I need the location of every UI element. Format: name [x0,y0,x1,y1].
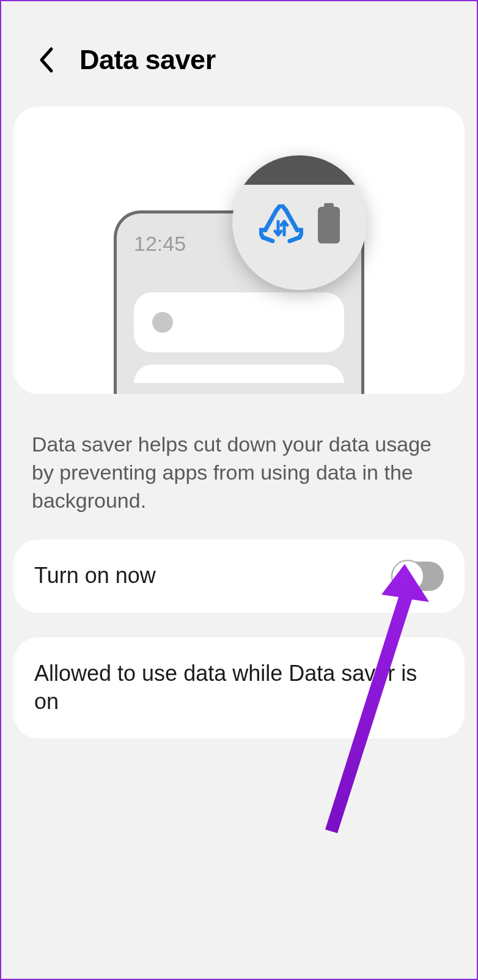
description-text: Data saver helps cut down your data usag… [1,394,477,533]
illustration-dot [152,312,173,333]
illustration-card: 12:45 [13,106,465,394]
chevron-left-icon [38,46,55,73]
allowed-apps-label: Allowed to use data while Data saver is … [34,659,444,717]
zoom-callout [232,155,367,290]
data-saver-triangle-icon [259,204,303,246]
turn-on-now-label: Turn on now [34,562,156,590]
illustration-card-row [134,292,344,352]
battery-icon [318,207,340,243]
turn-on-now-row[interactable]: Turn on now [13,540,465,613]
turn-on-now-toggle[interactable] [391,562,444,591]
back-button[interactable] [32,45,61,75]
page-title: Data saver [79,44,216,76]
illustration-card-row [134,365,344,383]
header: Data saver [1,1,477,106]
allowed-apps-row[interactable]: Allowed to use data while Data saver is … [13,637,465,739]
toggle-knob [391,560,424,593]
